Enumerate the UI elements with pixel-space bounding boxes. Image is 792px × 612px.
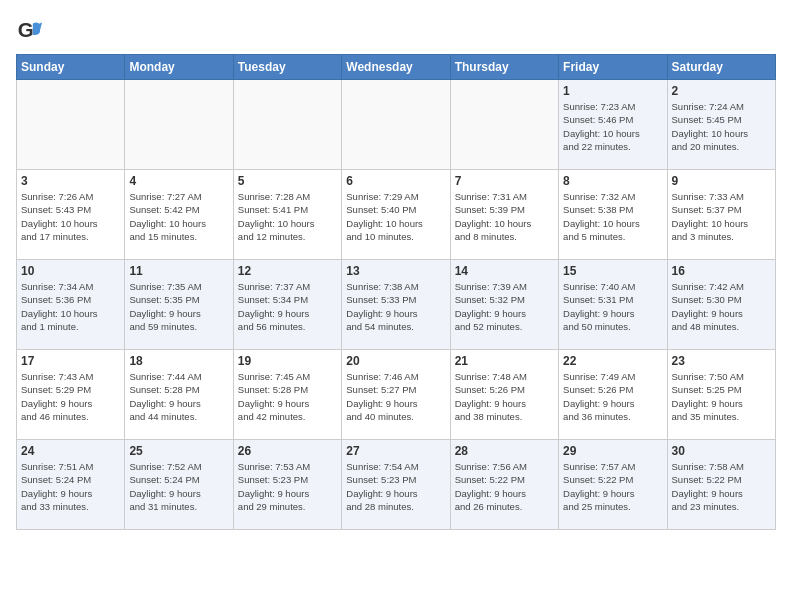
- day-number: 26: [238, 444, 337, 458]
- weekday-header-saturday: Saturday: [667, 55, 775, 80]
- calendar-cell: 6Sunrise: 7:29 AM Sunset: 5:40 PM Daylig…: [342, 170, 450, 260]
- weekday-header-wednesday: Wednesday: [342, 55, 450, 80]
- calendar-cell: 4Sunrise: 7:27 AM Sunset: 5:42 PM Daylig…: [125, 170, 233, 260]
- calendar-table: SundayMondayTuesdayWednesdayThursdayFrid…: [16, 54, 776, 530]
- weekday-header-sunday: Sunday: [17, 55, 125, 80]
- day-number: 7: [455, 174, 554, 188]
- calendar-week-row: 24Sunrise: 7:51 AM Sunset: 5:24 PM Dayli…: [17, 440, 776, 530]
- day-info: Sunrise: 7:58 AM Sunset: 5:22 PM Dayligh…: [672, 460, 771, 513]
- day-info: Sunrise: 7:27 AM Sunset: 5:42 PM Dayligh…: [129, 190, 228, 243]
- day-number: 3: [21, 174, 120, 188]
- day-info: Sunrise: 7:40 AM Sunset: 5:31 PM Dayligh…: [563, 280, 662, 333]
- calendar-cell: 22Sunrise: 7:49 AM Sunset: 5:26 PM Dayli…: [559, 350, 667, 440]
- day-number: 22: [563, 354, 662, 368]
- calendar-week-row: 3Sunrise: 7:26 AM Sunset: 5:43 PM Daylig…: [17, 170, 776, 260]
- calendar-cell: 3Sunrise: 7:26 AM Sunset: 5:43 PM Daylig…: [17, 170, 125, 260]
- day-info: Sunrise: 7:35 AM Sunset: 5:35 PM Dayligh…: [129, 280, 228, 333]
- calendar-cell: 12Sunrise: 7:37 AM Sunset: 5:34 PM Dayli…: [233, 260, 341, 350]
- day-info: Sunrise: 7:43 AM Sunset: 5:29 PM Dayligh…: [21, 370, 120, 423]
- calendar-cell: [342, 80, 450, 170]
- day-number: 29: [563, 444, 662, 458]
- calendar-cell: 20Sunrise: 7:46 AM Sunset: 5:27 PM Dayli…: [342, 350, 450, 440]
- day-info: Sunrise: 7:26 AM Sunset: 5:43 PM Dayligh…: [21, 190, 120, 243]
- day-number: 9: [672, 174, 771, 188]
- day-number: 12: [238, 264, 337, 278]
- calendar-cell: 14Sunrise: 7:39 AM Sunset: 5:32 PM Dayli…: [450, 260, 558, 350]
- day-info: Sunrise: 7:29 AM Sunset: 5:40 PM Dayligh…: [346, 190, 445, 243]
- day-number: 19: [238, 354, 337, 368]
- calendar-cell: 21Sunrise: 7:48 AM Sunset: 5:26 PM Dayli…: [450, 350, 558, 440]
- calendar-header-row: SundayMondayTuesdayWednesdayThursdayFrid…: [17, 55, 776, 80]
- day-number: 28: [455, 444, 554, 458]
- day-number: 11: [129, 264, 228, 278]
- calendar-cell: 28Sunrise: 7:56 AM Sunset: 5:22 PM Dayli…: [450, 440, 558, 530]
- calendar-cell: 16Sunrise: 7:42 AM Sunset: 5:30 PM Dayli…: [667, 260, 775, 350]
- calendar-cell: [450, 80, 558, 170]
- day-number: 5: [238, 174, 337, 188]
- day-info: Sunrise: 7:31 AM Sunset: 5:39 PM Dayligh…: [455, 190, 554, 243]
- day-number: 1: [563, 84, 662, 98]
- calendar-cell: 2Sunrise: 7:24 AM Sunset: 5:45 PM Daylig…: [667, 80, 775, 170]
- day-number: 18: [129, 354, 228, 368]
- calendar-cell: 11Sunrise: 7:35 AM Sunset: 5:35 PM Dayli…: [125, 260, 233, 350]
- calendar-cell: 26Sunrise: 7:53 AM Sunset: 5:23 PM Dayli…: [233, 440, 341, 530]
- day-info: Sunrise: 7:49 AM Sunset: 5:26 PM Dayligh…: [563, 370, 662, 423]
- page-header: G: [16, 16, 776, 44]
- day-number: 20: [346, 354, 445, 368]
- day-info: Sunrise: 7:32 AM Sunset: 5:38 PM Dayligh…: [563, 190, 662, 243]
- day-info: Sunrise: 7:50 AM Sunset: 5:25 PM Dayligh…: [672, 370, 771, 423]
- day-number: 21: [455, 354, 554, 368]
- day-number: 14: [455, 264, 554, 278]
- day-info: Sunrise: 7:34 AM Sunset: 5:36 PM Dayligh…: [21, 280, 120, 333]
- day-info: Sunrise: 7:38 AM Sunset: 5:33 PM Dayligh…: [346, 280, 445, 333]
- calendar-cell: [233, 80, 341, 170]
- day-number: 16: [672, 264, 771, 278]
- day-info: Sunrise: 7:56 AM Sunset: 5:22 PM Dayligh…: [455, 460, 554, 513]
- calendar-cell: [17, 80, 125, 170]
- calendar-cell: 19Sunrise: 7:45 AM Sunset: 5:28 PM Dayli…: [233, 350, 341, 440]
- weekday-header-friday: Friday: [559, 55, 667, 80]
- day-info: Sunrise: 7:57 AM Sunset: 5:22 PM Dayligh…: [563, 460, 662, 513]
- day-number: 13: [346, 264, 445, 278]
- calendar-cell: 25Sunrise: 7:52 AM Sunset: 5:24 PM Dayli…: [125, 440, 233, 530]
- day-info: Sunrise: 7:24 AM Sunset: 5:45 PM Dayligh…: [672, 100, 771, 153]
- calendar-cell: 13Sunrise: 7:38 AM Sunset: 5:33 PM Dayli…: [342, 260, 450, 350]
- weekday-header-tuesday: Tuesday: [233, 55, 341, 80]
- svg-text:G: G: [18, 18, 34, 41]
- weekday-header-thursday: Thursday: [450, 55, 558, 80]
- day-number: 30: [672, 444, 771, 458]
- calendar-cell: 27Sunrise: 7:54 AM Sunset: 5:23 PM Dayli…: [342, 440, 450, 530]
- day-number: 4: [129, 174, 228, 188]
- logo-icon: G: [16, 16, 44, 44]
- calendar-cell: 29Sunrise: 7:57 AM Sunset: 5:22 PM Dayli…: [559, 440, 667, 530]
- calendar-cell: 10Sunrise: 7:34 AM Sunset: 5:36 PM Dayli…: [17, 260, 125, 350]
- day-info: Sunrise: 7:42 AM Sunset: 5:30 PM Dayligh…: [672, 280, 771, 333]
- day-info: Sunrise: 7:53 AM Sunset: 5:23 PM Dayligh…: [238, 460, 337, 513]
- day-info: Sunrise: 7:45 AM Sunset: 5:28 PM Dayligh…: [238, 370, 337, 423]
- logo: G: [16, 16, 48, 44]
- calendar-cell: 30Sunrise: 7:58 AM Sunset: 5:22 PM Dayli…: [667, 440, 775, 530]
- calendar-cell: 15Sunrise: 7:40 AM Sunset: 5:31 PM Dayli…: [559, 260, 667, 350]
- day-info: Sunrise: 7:23 AM Sunset: 5:46 PM Dayligh…: [563, 100, 662, 153]
- day-info: Sunrise: 7:52 AM Sunset: 5:24 PM Dayligh…: [129, 460, 228, 513]
- calendar-cell: 18Sunrise: 7:44 AM Sunset: 5:28 PM Dayli…: [125, 350, 233, 440]
- calendar-cell: 1Sunrise: 7:23 AM Sunset: 5:46 PM Daylig…: [559, 80, 667, 170]
- day-info: Sunrise: 7:54 AM Sunset: 5:23 PM Dayligh…: [346, 460, 445, 513]
- calendar-cell: [125, 80, 233, 170]
- calendar-cell: 24Sunrise: 7:51 AM Sunset: 5:24 PM Dayli…: [17, 440, 125, 530]
- day-number: 8: [563, 174, 662, 188]
- calendar-week-row: 10Sunrise: 7:34 AM Sunset: 5:36 PM Dayli…: [17, 260, 776, 350]
- calendar-week-row: 17Sunrise: 7:43 AM Sunset: 5:29 PM Dayli…: [17, 350, 776, 440]
- day-number: 10: [21, 264, 120, 278]
- calendar-cell: 5Sunrise: 7:28 AM Sunset: 5:41 PM Daylig…: [233, 170, 341, 260]
- day-number: 17: [21, 354, 120, 368]
- day-number: 6: [346, 174, 445, 188]
- day-info: Sunrise: 7:39 AM Sunset: 5:32 PM Dayligh…: [455, 280, 554, 333]
- calendar-cell: 9Sunrise: 7:33 AM Sunset: 5:37 PM Daylig…: [667, 170, 775, 260]
- calendar-week-row: 1Sunrise: 7:23 AM Sunset: 5:46 PM Daylig…: [17, 80, 776, 170]
- day-info: Sunrise: 7:28 AM Sunset: 5:41 PM Dayligh…: [238, 190, 337, 243]
- calendar-cell: 8Sunrise: 7:32 AM Sunset: 5:38 PM Daylig…: [559, 170, 667, 260]
- day-info: Sunrise: 7:37 AM Sunset: 5:34 PM Dayligh…: [238, 280, 337, 333]
- day-number: 27: [346, 444, 445, 458]
- calendar-cell: 17Sunrise: 7:43 AM Sunset: 5:29 PM Dayli…: [17, 350, 125, 440]
